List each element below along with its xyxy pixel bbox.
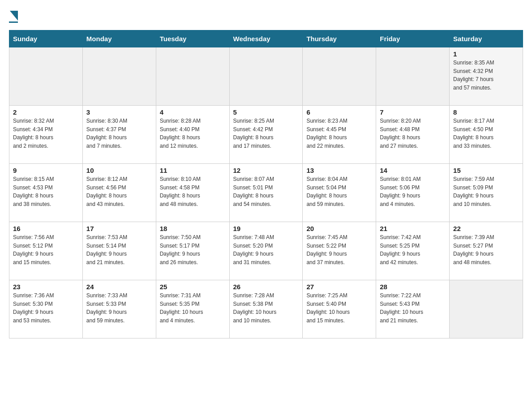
weekday-header-saturday: Saturday bbox=[450, 30, 523, 47]
day-number: 10 bbox=[86, 167, 152, 174]
day-info: Sunrise: 8:30 AM Sunset: 4:37 PM Dayligh… bbox=[86, 118, 127, 149]
day-number: 2 bbox=[13, 108, 79, 116]
calendar-cell: 2Sunrise: 8:32 AM Sunset: 4:34 PM Daylig… bbox=[9, 106, 83, 164]
weekday-header-friday: Friday bbox=[376, 30, 450, 47]
day-number: 17 bbox=[86, 225, 152, 232]
calendar-cell: 13Sunrise: 8:04 AM Sunset: 5:04 PM Dayli… bbox=[303, 164, 376, 222]
day-number: 22 bbox=[453, 225, 519, 232]
calendar-week-row-1: 1Sunrise: 8:35 AM Sunset: 4:32 PM Daylig… bbox=[9, 47, 523, 106]
calendar-cell: 4Sunrise: 8:28 AM Sunset: 4:40 PM Daylig… bbox=[156, 106, 229, 164]
calendar-cell bbox=[82, 47, 156, 106]
calendar-cell: 19Sunrise: 7:48 AM Sunset: 5:20 PM Dayli… bbox=[229, 222, 303, 280]
day-info: Sunrise: 7:50 AM Sunset: 5:17 PM Dayligh… bbox=[160, 234, 201, 265]
calendar-cell: 17Sunrise: 7:53 AM Sunset: 5:14 PM Dayli… bbox=[82, 222, 156, 280]
day-info: Sunrise: 7:25 AM Sunset: 5:40 PM Dayligh… bbox=[306, 292, 350, 324]
day-info: Sunrise: 8:04 AM Sunset: 5:04 PM Dayligh… bbox=[306, 176, 347, 207]
day-number: 11 bbox=[160, 167, 226, 174]
calendar-cell: 1Sunrise: 8:35 AM Sunset: 4:32 PM Daylig… bbox=[450, 47, 523, 106]
weekday-header-tuesday: Tuesday bbox=[156, 30, 229, 47]
day-number: 25 bbox=[160, 283, 226, 291]
day-info: Sunrise: 8:15 AM Sunset: 4:53 PM Dayligh… bbox=[13, 176, 54, 207]
calendar-cell: 12Sunrise: 8:07 AM Sunset: 5:01 PM Dayli… bbox=[229, 164, 303, 222]
day-info: Sunrise: 7:31 AM Sunset: 5:35 PM Dayligh… bbox=[160, 292, 203, 324]
weekday-header-row: SundayMondayTuesdayWednesdayThursdayFrid… bbox=[9, 30, 523, 47]
calendar-cell: 8Sunrise: 8:17 AM Sunset: 4:50 PM Daylig… bbox=[450, 106, 523, 164]
day-info: Sunrise: 7:48 AM Sunset: 5:20 PM Dayligh… bbox=[233, 234, 274, 265]
weekday-header-monday: Monday bbox=[82, 30, 156, 47]
calendar-cell: 9Sunrise: 8:15 AM Sunset: 4:53 PM Daylig… bbox=[9, 164, 83, 222]
day-number: 15 bbox=[453, 167, 519, 174]
day-number: 5 bbox=[233, 108, 299, 116]
weekday-header-thursday: Thursday bbox=[303, 30, 376, 47]
day-info: Sunrise: 8:10 AM Sunset: 4:58 PM Dayligh… bbox=[160, 176, 201, 207]
day-info: Sunrise: 7:22 AM Sunset: 5:43 PM Dayligh… bbox=[380, 292, 423, 324]
day-number: 23 bbox=[13, 283, 79, 291]
day-number: 27 bbox=[306, 283, 372, 291]
calendar-cell: 10Sunrise: 8:12 AM Sunset: 4:56 PM Dayli… bbox=[82, 164, 156, 222]
calendar-cell: 6Sunrise: 8:23 AM Sunset: 4:45 PM Daylig… bbox=[303, 106, 376, 164]
day-info: Sunrise: 8:12 AM Sunset: 4:56 PM Dayligh… bbox=[86, 176, 127, 207]
calendar-week-row-5: 23Sunrise: 7:36 AM Sunset: 5:30 PM Dayli… bbox=[9, 280, 523, 338]
day-info: Sunrise: 7:39 AM Sunset: 5:27 PM Dayligh… bbox=[453, 234, 494, 265]
day-info: Sunrise: 8:23 AM Sunset: 4:45 PM Dayligh… bbox=[306, 118, 347, 149]
logo-underline bbox=[9, 21, 18, 23]
day-info: Sunrise: 8:35 AM Sunset: 4:32 PM Dayligh… bbox=[453, 60, 494, 91]
day-info: Sunrise: 8:20 AM Sunset: 4:48 PM Dayligh… bbox=[380, 118, 420, 149]
logo bbox=[9, 9, 18, 23]
calendar-cell: 5Sunrise: 8:25 AM Sunset: 4:42 PM Daylig… bbox=[229, 106, 303, 164]
calendar-cell: 24Sunrise: 7:33 AM Sunset: 5:33 PM Dayli… bbox=[82, 280, 156, 338]
day-info: Sunrise: 7:53 AM Sunset: 5:14 PM Dayligh… bbox=[86, 234, 127, 265]
calendar-cell: 16Sunrise: 7:56 AM Sunset: 5:12 PM Dayli… bbox=[9, 222, 83, 280]
calendar-cell bbox=[450, 280, 523, 338]
day-info: Sunrise: 7:59 AM Sunset: 5:09 PM Dayligh… bbox=[453, 176, 494, 207]
day-number: 20 bbox=[306, 225, 372, 232]
calendar-cell: 22Sunrise: 7:39 AM Sunset: 5:27 PM Dayli… bbox=[450, 222, 523, 280]
day-info: Sunrise: 7:33 AM Sunset: 5:33 PM Dayligh… bbox=[86, 292, 127, 324]
calendar-cell bbox=[376, 47, 450, 106]
calendar-cell: 7Sunrise: 8:20 AM Sunset: 4:48 PM Daylig… bbox=[376, 106, 450, 164]
calendar-cell: 18Sunrise: 7:50 AM Sunset: 5:17 PM Dayli… bbox=[156, 222, 229, 280]
calendar-cell: 26Sunrise: 7:28 AM Sunset: 5:38 PM Dayli… bbox=[229, 280, 303, 338]
day-number: 28 bbox=[380, 283, 446, 291]
calendar-table: SundayMondayTuesdayWednesdayThursdayFrid… bbox=[9, 30, 523, 338]
day-number: 8 bbox=[453, 108, 519, 116]
calendar-cell: 27Sunrise: 7:25 AM Sunset: 5:40 PM Dayli… bbox=[303, 280, 376, 338]
day-info: Sunrise: 8:17 AM Sunset: 4:50 PM Dayligh… bbox=[453, 118, 494, 149]
calendar-cell: 15Sunrise: 7:59 AM Sunset: 5:09 PM Dayli… bbox=[450, 164, 523, 222]
day-info: Sunrise: 8:28 AM Sunset: 4:40 PM Dayligh… bbox=[160, 118, 201, 149]
day-number: 7 bbox=[380, 108, 446, 116]
day-info: Sunrise: 8:01 AM Sunset: 5:06 PM Dayligh… bbox=[380, 176, 420, 207]
day-number: 24 bbox=[86, 283, 152, 291]
calendar-week-row-4: 16Sunrise: 7:56 AM Sunset: 5:12 PM Dayli… bbox=[9, 222, 523, 280]
calendar-cell bbox=[156, 47, 229, 106]
day-number: 26 bbox=[233, 283, 299, 291]
day-number: 16 bbox=[13, 225, 79, 232]
day-number: 9 bbox=[13, 167, 79, 174]
day-number: 4 bbox=[160, 108, 226, 116]
calendar-cell bbox=[303, 47, 376, 106]
calendar-cell: 21Sunrise: 7:42 AM Sunset: 5:25 PM Dayli… bbox=[376, 222, 450, 280]
calendar-cell: 23Sunrise: 7:36 AM Sunset: 5:30 PM Dayli… bbox=[9, 280, 83, 338]
day-number: 6 bbox=[306, 108, 372, 116]
day-number: 1 bbox=[453, 50, 519, 58]
calendar-cell: 28Sunrise: 7:22 AM Sunset: 5:43 PM Dayli… bbox=[376, 280, 450, 338]
day-number: 12 bbox=[233, 167, 299, 174]
calendar-cell bbox=[229, 47, 303, 106]
day-number: 18 bbox=[160, 225, 226, 232]
day-info: Sunrise: 7:42 AM Sunset: 5:25 PM Dayligh… bbox=[380, 234, 420, 265]
weekday-header-wednesday: Wednesday bbox=[229, 30, 303, 47]
calendar-week-row-3: 9Sunrise: 8:15 AM Sunset: 4:53 PM Daylig… bbox=[9, 164, 523, 222]
calendar-cell: 14Sunrise: 8:01 AM Sunset: 5:06 PM Dayli… bbox=[376, 164, 450, 222]
day-info: Sunrise: 7:28 AM Sunset: 5:38 PM Dayligh… bbox=[233, 292, 277, 324]
calendar-cell bbox=[9, 47, 83, 106]
calendar-cell: 20Sunrise: 7:45 AM Sunset: 5:22 PM Dayli… bbox=[303, 222, 376, 280]
calendar-week-row-2: 2Sunrise: 8:32 AM Sunset: 4:34 PM Daylig… bbox=[9, 106, 523, 164]
day-info: Sunrise: 7:36 AM Sunset: 5:30 PM Dayligh… bbox=[13, 292, 54, 324]
day-number: 19 bbox=[233, 225, 299, 232]
day-info: Sunrise: 7:56 AM Sunset: 5:12 PM Dayligh… bbox=[13, 234, 54, 265]
day-number: 13 bbox=[306, 167, 372, 174]
day-info: Sunrise: 8:32 AM Sunset: 4:34 PM Dayligh… bbox=[13, 118, 54, 149]
day-info: Sunrise: 7:45 AM Sunset: 5:22 PM Dayligh… bbox=[306, 234, 347, 265]
day-number: 21 bbox=[380, 225, 446, 232]
day-number: 14 bbox=[380, 167, 446, 174]
